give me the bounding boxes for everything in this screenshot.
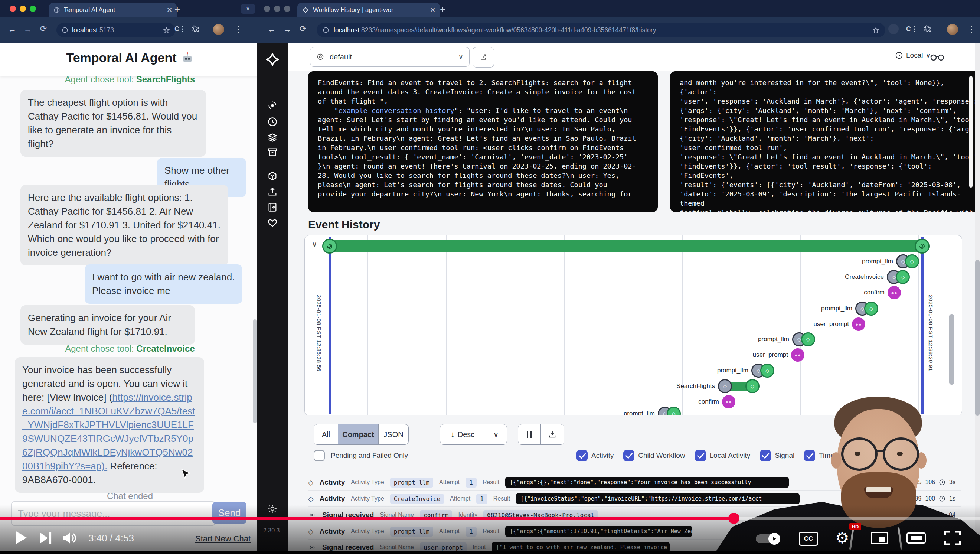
chat-scrollbar[interactable] bbox=[253, 319, 256, 423]
profile-avatar[interactable] bbox=[213, 24, 224, 35]
invoice-link[interactable]: https://invoice.stripe.com/i/acct_1NBOLu… bbox=[22, 392, 195, 471]
view-json-button[interactable]: JSON bbox=[379, 424, 408, 444]
play-button[interactable] bbox=[14, 530, 27, 545]
settings-gear-icon[interactable]: ⚙ bbox=[835, 529, 850, 547]
extensions-puzzle-icon-right[interactable] bbox=[924, 25, 932, 33]
password-extension-icon[interactable]: C⋮ bbox=[175, 25, 186, 33]
right-url-rest: :8233/namespaces/default/workflows/agent… bbox=[360, 26, 656, 34]
browser-menu-icon-right[interactable]: ⋮ bbox=[967, 24, 976, 34]
sidebar-item-import[interactable] bbox=[264, 183, 281, 200]
code-panel-right[interactable]: and month you're interested in for the e… bbox=[670, 71, 980, 212]
close-tab-icon-right[interactable]: ✕ bbox=[430, 6, 436, 14]
filter-activity[interactable]: Activity bbox=[576, 450, 614, 461]
minimize-window-button[interactable] bbox=[20, 6, 26, 12]
local-activity-checkbox[interactable] bbox=[695, 450, 706, 461]
site-info-icon[interactable] bbox=[62, 27, 68, 33]
close-window-button[interactable] bbox=[10, 6, 16, 12]
pause-button[interactable] bbox=[518, 424, 541, 444]
temporal-logo-sidebar-icon[interactable] bbox=[265, 52, 280, 67]
miniplayer-button[interactable] bbox=[871, 532, 888, 544]
captions-button[interactable]: CC bbox=[799, 532, 818, 546]
filter-child-workflow[interactable]: Child Workflow bbox=[623, 450, 685, 461]
forward-button[interactable]: → bbox=[24, 24, 32, 34]
minimize-window-button-right[interactable] bbox=[274, 6, 280, 12]
reload-button[interactable]: ⟳ bbox=[40, 24, 47, 34]
back-button-right[interactable]: ← bbox=[268, 24, 276, 34]
password-extension-icon-right[interactable]: C⋮ bbox=[906, 25, 918, 33]
theater-mode-button[interactable] bbox=[907, 532, 926, 544]
child-workflow-checkbox[interactable] bbox=[623, 450, 635, 461]
next-button[interactable] bbox=[39, 531, 52, 545]
code-panel-left[interactable]: FindEvents: Find an event to travel to 2… bbox=[308, 71, 658, 212]
video-playhead[interactable] bbox=[728, 513, 740, 524]
back-button[interactable]: ← bbox=[8, 24, 16, 34]
activity-checkbox[interactable] bbox=[576, 450, 588, 461]
tool-name-createinvoice: CreateInvoice bbox=[136, 344, 194, 353]
sidebar-item-workflows[interactable] bbox=[264, 97, 281, 114]
namespace-open-button[interactable] bbox=[473, 47, 494, 68]
view-all-button[interactable]: All bbox=[314, 424, 338, 444]
fullscreen-button[interactable] bbox=[944, 531, 961, 545]
browser-menu-icon[interactable]: ⋮ bbox=[234, 24, 243, 34]
zoom-window-button-right[interactable] bbox=[284, 6, 290, 12]
sidebar-item-archive[interactable] bbox=[264, 144, 281, 161]
timeline-event[interactable]: ◇◇ bbox=[658, 407, 681, 416]
workflow-start-icon[interactable] bbox=[322, 239, 337, 254]
close-window-button-right[interactable] bbox=[264, 6, 270, 12]
timezone-select[interactable]: Local ∨ bbox=[895, 51, 930, 59]
toolbar-divider-right bbox=[940, 24, 940, 34]
sidebar-item-namespaces[interactable] bbox=[264, 129, 281, 146]
sort-desc-button[interactable]: ↓Desc bbox=[440, 424, 485, 444]
pending-failed-checkbox[interactable] bbox=[314, 450, 325, 461]
workflow-execution-bar[interactable] bbox=[328, 240, 923, 253]
video-letterbox bbox=[0, 551, 980, 554]
pending-failed-filter[interactable]: Pending and Failed Only bbox=[314, 450, 408, 461]
new-tab-button-right[interactable]: + bbox=[440, 4, 445, 15]
timeline-event[interactable]: ◇◇ bbox=[792, 332, 815, 346]
zoom-window-button[interactable] bbox=[30, 6, 36, 12]
timeline-event[interactable]: ◇◇ bbox=[855, 301, 878, 315]
site-info-icon-right[interactable] bbox=[323, 27, 329, 33]
left-address-bar[interactable]: localhost:5173 bbox=[56, 23, 175, 37]
tab-search-button[interactable]: ∨ bbox=[240, 4, 255, 14]
timeline-event-label: prompt_llm bbox=[819, 258, 893, 265]
timeline-event[interactable]: ◇◇ bbox=[896, 254, 919, 269]
extensions-puzzle-icon[interactable] bbox=[191, 25, 199, 33]
bookmark-star-icon[interactable] bbox=[163, 27, 170, 34]
tool-name-searchflights: SearchFlights bbox=[136, 74, 195, 84]
sidebar-item-batch[interactable] bbox=[264, 168, 281, 184]
timeline-event[interactable]: ◇◇ bbox=[887, 270, 910, 284]
reload-button-right[interactable]: ⟳ bbox=[299, 24, 306, 34]
profile-avatar-right[interactable] bbox=[947, 24, 958, 35]
download-button[interactable] bbox=[541, 424, 564, 444]
forward-button-right[interactable]: → bbox=[283, 24, 291, 34]
volume-button[interactable] bbox=[62, 532, 77, 544]
right-browser-tab[interactable]: Workflow History | agent-wor ✕ bbox=[298, 3, 440, 17]
bookmark-star-icon-right[interactable] bbox=[872, 27, 880, 34]
timeline-event[interactable]: ◇◇ bbox=[751, 363, 774, 377]
right-address-bar[interactable]: localhost:8233/namespaces/default/workfl… bbox=[317, 23, 885, 37]
person-ear bbox=[831, 452, 841, 469]
sidebar-item-feedback[interactable] bbox=[264, 215, 281, 231]
timeline-event[interactable]: ●● bbox=[888, 286, 901, 299]
close-tab-icon[interactable]: ✕ bbox=[167, 6, 172, 14]
code-right-scrollbar[interactable] bbox=[969, 76, 972, 188]
labs-glasses-icon[interactable] bbox=[930, 52, 945, 62]
sidebar-item-schedules[interactable] bbox=[264, 114, 281, 130]
video-progress-played[interactable] bbox=[0, 517, 734, 520]
theme-extension-icon[interactable] bbox=[888, 24, 899, 34]
sort-chevron-button[interactable]: ∨ bbox=[485, 424, 507, 444]
timeline-event[interactable]: ●● bbox=[791, 348, 804, 361]
sidebar-item-docs[interactable] bbox=[264, 199, 281, 215]
left-browser-tab[interactable]: Temporal AI Agent ✕ bbox=[49, 3, 177, 17]
view-compact-button[interactable]: Compact bbox=[338, 424, 379, 444]
video-progress-remaining[interactable] bbox=[734, 517, 980, 520]
namespace-select[interactable]: default ∨ bbox=[310, 47, 469, 67]
new-tab-button[interactable]: + bbox=[175, 4, 180, 15]
timeline-collapse-chevron[interactable]: ∨ bbox=[312, 239, 317, 249]
autoplay-toggle[interactable] bbox=[756, 534, 780, 543]
workflow-end-icon[interactable] bbox=[915, 239, 929, 254]
timeline-event[interactable]: ●● bbox=[852, 317, 865, 331]
timeline-event-label: user_prompt bbox=[775, 320, 849, 328]
timeline-scrollbar[interactable] bbox=[949, 314, 955, 385]
